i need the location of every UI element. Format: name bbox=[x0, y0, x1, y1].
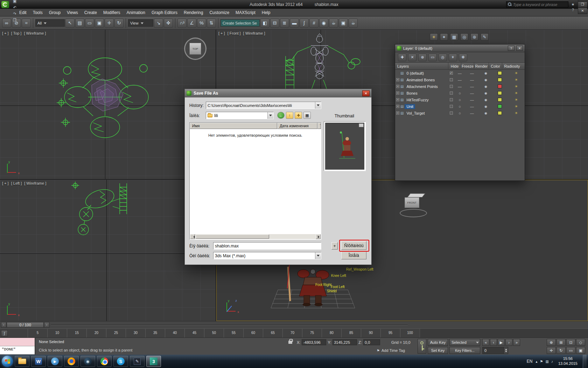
history-dropdown[interactable]: C:\Users\Ярослав\Documents\3dsMax\scenes… bbox=[206, 102, 321, 109]
render-toggle[interactable]: ◉ bbox=[478, 85, 493, 88]
radiosity-toggle[interactable]: ☀ bbox=[506, 104, 526, 108]
next-frame-icon[interactable]: › bbox=[505, 339, 512, 346]
field-of-view-icon[interactable]: ◇ bbox=[576, 339, 585, 346]
layer-name[interactable]: HitTestFuzzy bbox=[405, 97, 430, 102]
volume-icon[interactable]: ♪ bbox=[551, 360, 553, 363]
select-by-name-icon[interactable]: ▤ bbox=[75, 19, 84, 28]
restore-button[interactable]: ❐ bbox=[578, 1, 587, 8]
arc-rotate-icon[interactable]: ↻ bbox=[556, 347, 566, 354]
radiosity-toggle[interactable]: ☀ bbox=[506, 71, 526, 75]
layer-row[interactable]: + ▤ Attachment Points — — ◉ ☀ bbox=[395, 83, 525, 90]
expand-icon[interactable]: + bbox=[396, 105, 399, 108]
set-keys-button[interactable] bbox=[418, 339, 426, 354]
mini-curve-editor-icon[interactable]: ∫ bbox=[1, 330, 8, 336]
viewport-shading-label[interactable]: [ Wireframe ] bbox=[243, 31, 265, 35]
freeze-toggle[interactable]: — bbox=[465, 98, 478, 102]
freeze-toggle[interactable]: — bbox=[465, 104, 478, 109]
chrome-icon[interactable] bbox=[97, 356, 112, 367]
viewport-shading-label[interactable]: [ Wireframe ] bbox=[24, 31, 46, 35]
search-input[interactable] bbox=[513, 2, 567, 7]
hide-toggle[interactable]: ○ bbox=[454, 104, 465, 109]
column-date[interactable]: Дата изменения bbox=[277, 123, 317, 129]
close-button[interactable]: ✕ bbox=[578, 8, 587, 14]
viewport-left[interactable]: [ + ] [ Left ] [ Wireframe ] bbox=[0, 180, 216, 321]
layer-name[interactable]: Attachment Points bbox=[405, 84, 439, 89]
zoom-extents-icon[interactable]: ⊡ bbox=[566, 339, 575, 346]
edit-tool-icon[interactable]: ✎ bbox=[481, 33, 489, 41]
freeze-toggle[interactable]: — bbox=[465, 111, 478, 115]
layer-manager-icon[interactable]: ≣ bbox=[280, 19, 289, 28]
dropdown-arrow-icon[interactable] bbox=[315, 252, 321, 259]
expand-icon[interactable]: + bbox=[396, 98, 399, 101]
render-toggle[interactable]: ◉ bbox=[478, 111, 493, 115]
set-current-layer-icon[interactable]: ◎ bbox=[439, 54, 447, 61]
render-toggle[interactable]: ◉ bbox=[478, 91, 493, 95]
viewcube-front-face[interactable]: FRONT bbox=[405, 197, 419, 208]
menu-item[interactable]: Views bbox=[64, 10, 81, 15]
folder-dropdown[interactable]: lili bbox=[206, 112, 274, 119]
menu-item[interactable]: Rendering bbox=[181, 10, 206, 15]
hide-toggle[interactable]: ○ bbox=[454, 98, 465, 102]
freeze-toggle[interactable]: — bbox=[465, 84, 478, 89]
cancel-button[interactable]: Îòìåíà bbox=[341, 251, 366, 259]
layer-column-header[interactable]: Hide bbox=[448, 63, 461, 70]
hide-toggle[interactable]: — bbox=[454, 84, 465, 89]
go-back-icon[interactable]: ← bbox=[277, 112, 285, 119]
layer-row[interactable]: + ▤ Vol_Target ○ — ◉ ☀ bbox=[395, 110, 525, 116]
filetype-dropdown[interactable]: 3ds Max (*.max) bbox=[213, 252, 321, 259]
select-and-scale-icon[interactable]: ↘ bbox=[154, 19, 163, 28]
play-icon[interactable]: ▶ bbox=[498, 339, 505, 346]
frame-spinner[interactable] bbox=[504, 347, 508, 354]
go-to-end-icon[interactable]: » bbox=[513, 339, 520, 346]
x-coordinate-field[interactable]: -4803,596 bbox=[302, 339, 326, 345]
viewcube-front[interactable]: FRONT bbox=[400, 193, 427, 217]
current-layer-checkbox[interactable] bbox=[450, 85, 453, 88]
layer-color-swatch[interactable] bbox=[498, 98, 502, 102]
menu-item[interactable]: Group bbox=[46, 10, 64, 15]
listener-output-line[interactable]: "DONE" bbox=[0, 346, 35, 354]
grid-tool-icon[interactable]: ▦ bbox=[450, 33, 458, 41]
current-layer-checkbox[interactable] bbox=[450, 91, 453, 95]
percent-snap-icon[interactable]: % bbox=[197, 19, 206, 28]
layer-window-help-button[interactable]: ? bbox=[508, 46, 514, 51]
reference-coordinate-dropdown[interactable]: View bbox=[128, 19, 153, 27]
rectangular-selection-icon[interactable]: ▭ bbox=[85, 19, 94, 28]
menu-item[interactable]: MAXScript bbox=[232, 10, 259, 15]
layer-name[interactable]: Vol_Target bbox=[405, 111, 426, 116]
current-layer-checkbox[interactable] bbox=[450, 105, 453, 108]
layer-row[interactable]: + ▤ Animated Bones — — ◉ ☀ bbox=[395, 76, 525, 83]
select-object-icon[interactable]: ↖ bbox=[65, 19, 75, 28]
thumbnail-zoom-icon[interactable] bbox=[359, 123, 364, 127]
action-center-icon[interactable]: ⚑ bbox=[540, 360, 543, 363]
go-to-start-icon[interactable]: « bbox=[482, 339, 489, 346]
new-layer-icon[interactable]: ✚ bbox=[398, 54, 406, 61]
layer-name[interactable]: Unit bbox=[405, 104, 415, 109]
taskbar-clock[interactable]: 15:56 13.04.2015 bbox=[556, 356, 580, 366]
up-one-level-icon[interactable]: ↑ bbox=[286, 112, 293, 119]
increment-save-button[interactable]: + bbox=[331, 242, 338, 250]
bone-label[interactable]: Foot Left bbox=[331, 285, 344, 289]
mirror-icon[interactable]: ◧ bbox=[260, 19, 270, 28]
listener-macro-line[interactable] bbox=[0, 338, 35, 346]
network-icon[interactable]: ▥ bbox=[545, 360, 548, 363]
set-key-button[interactable]: Set Key bbox=[428, 347, 448, 354]
layer-column-header[interactable]: Freeze bbox=[461, 63, 474, 70]
language-indicator[interactable]: EN bbox=[527, 359, 533, 364]
layer-color-swatch[interactable] bbox=[498, 78, 502, 82]
menu-item[interactable]: Graph Editors bbox=[148, 10, 181, 15]
select-and-rotate-icon[interactable]: ↻ bbox=[114, 19, 124, 28]
layer-row[interactable]: + ▤ HitTestFuzzy ○ — ◉ ☀ bbox=[395, 96, 525, 103]
layer-color-swatch[interactable] bbox=[498, 71, 502, 75]
named-selection-sets-dropdown[interactable]: Create Selection Se bbox=[220, 19, 260, 27]
layer-color-swatch[interactable] bbox=[498, 91, 502, 95]
freeze-toggle[interactable]: — bbox=[465, 91, 478, 95]
spinner-snap-icon[interactable]: ⇅ bbox=[207, 19, 216, 28]
new-folder-icon[interactable]: ✚ bbox=[295, 112, 302, 119]
select-and-link-icon[interactable]: ∞ bbox=[2, 19, 11, 28]
layer-row[interactable]: ▤ 0 (default) ✓ — — ◉ ☀ bbox=[395, 70, 525, 76]
layer-color-swatch[interactable] bbox=[498, 111, 502, 115]
viewport-view-label[interactable]: [ Front ] bbox=[227, 31, 241, 35]
horizontal-scrollbar[interactable] bbox=[190, 234, 321, 239]
media-player-icon[interactable]: ▶ bbox=[48, 356, 62, 367]
select-objects-in-layer-icon[interactable]: ▭ bbox=[428, 54, 437, 61]
